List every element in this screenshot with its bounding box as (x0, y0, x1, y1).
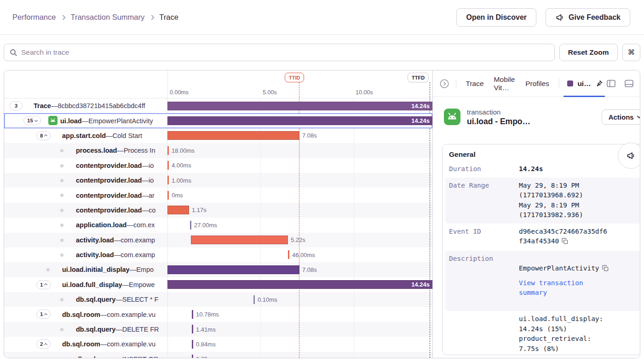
expand-toggle-pill[interactable]: 1 (36, 280, 51, 289)
leaf-dot (60, 209, 63, 212)
span-bar[interactable]: 14.24s (167, 280, 432, 289)
breadcrumb-transaction-summary[interactable]: Transaction Summary (70, 13, 144, 22)
axis-tick-label: 0.00ms (170, 89, 189, 96)
dock-left-button[interactable] (605, 78, 617, 89)
span-description: db.sql.query — DELETE FR (76, 322, 159, 337)
trace-row-ui.load.full_display[interactable]: 1ui.load.full_display — Empowe14.24s (4, 277, 432, 292)
span-tick[interactable] (288, 250, 289, 259)
expand-toggle-pill[interactable]: 2 (36, 339, 51, 349)
span-tick[interactable] (167, 146, 169, 155)
search-box[interactable] (4, 44, 555, 61)
span-description: ui.load.full_display — Empowe (62, 277, 155, 292)
trace-row-contentprovider.load[interactable]: contentprovider.load — io4.00ms (4, 158, 432, 173)
span-description: Trace — 8cbbcd38721b415ab6cbdc4ff (34, 98, 145, 113)
actions-button[interactable]: Actions (602, 109, 640, 125)
search-input[interactable] (21, 48, 549, 57)
transaction-name: ui.load - Empo… (467, 117, 530, 126)
span-bar[interactable]: 14.24s (167, 116, 432, 125)
android-icon (48, 116, 58, 127)
breadcrumb: Performance Transaction Summary Trace (12, 13, 178, 22)
span-tick[interactable] (167, 161, 169, 170)
expand-toggle-pill[interactable]: 1 (36, 310, 51, 319)
reset-zoom-button[interactable]: Reset Zoom (559, 44, 618, 61)
detail-row-date-range: Date Range May 29, 8:19 PM (1717013968.6… (445, 178, 640, 224)
span-duration: 7.08s (302, 128, 317, 143)
span-description: process.load — Process In (76, 143, 155, 158)
detail-row-ops-breakdown: Ops Breakdown ? ui.load.full_display: 14… (445, 311, 640, 355)
leaf-dot (60, 239, 63, 242)
trace-row-application.load[interactable]: application.load — com.ex27.00ms (4, 218, 432, 232)
row-label: Description (449, 254, 519, 308)
trace-row-contentprovider.load[interactable]: contentprovider.load — ar0ms (4, 188, 432, 202)
span-duration: 1.17s (192, 203, 207, 218)
tab-mobile-vitals[interactable]: Mobile Vit… (489, 75, 521, 92)
open-in-discover-button[interactable]: Open in Discover (456, 8, 536, 27)
top-bar: Performance Transaction Summary Trace Op… (0, 0, 644, 35)
chevron-down-icon (34, 119, 38, 122)
shortcut-command-button[interactable]: ⌘ (622, 44, 641, 61)
pin-icon (595, 80, 603, 87)
span-bar[interactable] (167, 265, 299, 274)
span-tick[interactable] (190, 221, 191, 230)
span-tick[interactable] (192, 325, 193, 333)
span-tick[interactable] (167, 176, 169, 184)
span-tick[interactable] (192, 340, 193, 349)
span-duration: 14.24s (411, 117, 432, 124)
dock-left-icon (607, 80, 615, 87)
span-bar[interactable] (167, 131, 299, 140)
megaphone-icon (555, 13, 564, 22)
span-color-swatch (567, 80, 573, 86)
span-tick[interactable] (192, 355, 193, 358)
span-tick[interactable] (253, 295, 255, 304)
trace-row-ui.load[interactable]: 15ui.load — EmpowerPlantActivity14.24s (4, 113, 432, 128)
ttfd-badge[interactable]: TTFD (408, 73, 429, 82)
axis-tick-label: 10.00s (356, 89, 373, 96)
detail-row-duration: Duration 14.24s (445, 161, 640, 178)
tab-ui-load-active[interactable]: ui… (577, 80, 591, 88)
trace-row-db.sql.room[interactable]: 2db.sql.room — com.example.vu0.84ms (4, 337, 432, 351)
panel-tab-bar: Trace Mobile Vit… Profiles ui… (433, 70, 640, 97)
trace-row-ui.load.initial_display[interactable]: ui.load.initial_display — Empo7.08s (4, 262, 432, 277)
span-description: app.start.cold — Cold Start (62, 128, 142, 143)
span-duration: 14.24s (411, 103, 432, 109)
trace-row-db.sql.query[interactable]: db.sql.query — INSERT OR0.79ms (4, 352, 432, 358)
feedback-float-button[interactable] (618, 143, 640, 169)
trace-row-contentprovider.load[interactable]: contentprovider.load — io1.00ms (4, 173, 432, 188)
expand-toggle-pill[interactable]: 8 (36, 131, 51, 140)
copy-icon[interactable] (602, 265, 609, 273)
span-duration: 7.08s (302, 262, 317, 277)
span-duration: 27.00ms (194, 218, 217, 232)
tab-profiles[interactable]: Profiles (520, 80, 554, 88)
trace-row-app.start.cold[interactable]: 8app.start.cold — Cold Start7.08s (4, 128, 432, 143)
view-transaction-summary-link[interactable]: View transaction summary (519, 278, 640, 298)
leaf-dot (60, 164, 63, 167)
span-bar[interactable] (191, 236, 288, 244)
leaf-dot (60, 179, 63, 182)
span-rows: 3Trace — 8cbbcd38721b415ab6cbdc4ff14.24s… (4, 98, 432, 358)
trace-row-contentprovider.load[interactable]: contentprovider.load — co1.17s (4, 203, 432, 218)
span-bar[interactable]: 14.24s (167, 102, 432, 110)
span-tick[interactable] (192, 310, 193, 319)
span-bar[interactable] (167, 206, 189, 214)
pin-tab-button[interactable] (595, 80, 603, 87)
collapse-panel-button[interactable] (437, 77, 451, 91)
copy-icon[interactable] (562, 238, 568, 246)
leaf-dot (60, 253, 63, 257)
trace-row-db.sql.query[interactable]: db.sql.query — DELETE FR1.41ms (4, 322, 432, 337)
trace-row-activity.load[interactable]: activity.load — com.examp46.00ms (4, 247, 432, 262)
trace-row-process.load[interactable]: process.load — Process In18.00ms (4, 143, 432, 158)
dock-bottom-button[interactable] (623, 78, 635, 89)
breadcrumb-performance[interactable]: Performance (12, 13, 56, 22)
span-description: ui.load — EmpowerPlantActivity (60, 113, 153, 128)
span-duration: 10.78ms (196, 307, 219, 322)
tab-trace[interactable]: Trace (461, 80, 489, 88)
ttid-badge[interactable]: TTID (285, 73, 304, 82)
expand-toggle-pill[interactable]: 3 (10, 101, 23, 110)
trace-row-db.sql.query[interactable]: db.sql.query — SELECT * F0.10ms (4, 292, 432, 307)
expand-toggle-pill[interactable]: 15 (23, 116, 41, 125)
trace-row-db.sql.room[interactable]: 1db.sql.room — com.example.vu10.78ms (4, 307, 432, 322)
trace-row-Trace[interactable]: 3Trace — 8cbbcd38721b415ab6cbdc4ff14.24s (4, 98, 432, 113)
give-feedback-button[interactable]: Give Feedback (546, 8, 630, 27)
span-tick[interactable] (167, 191, 169, 200)
trace-row-activity.load[interactable]: activity.load — com.examp5.22s (4, 233, 432, 247)
